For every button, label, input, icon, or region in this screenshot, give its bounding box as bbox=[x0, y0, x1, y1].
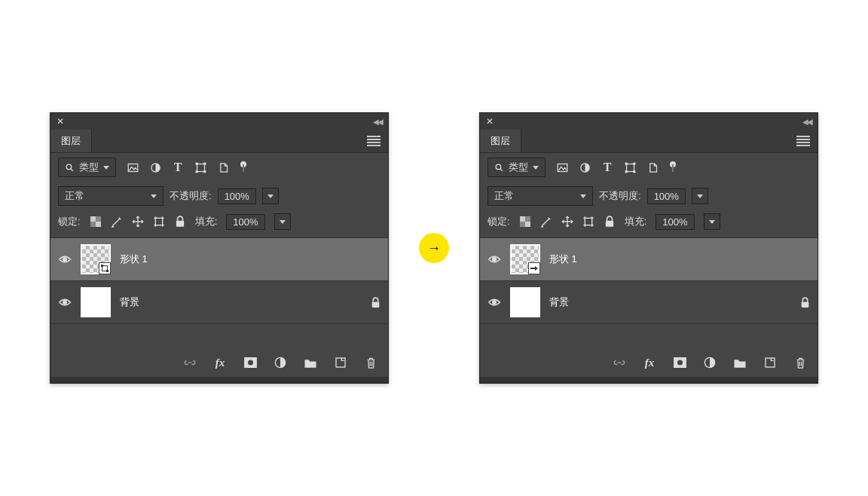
svg-rect-4 bbox=[197, 164, 204, 171]
svg-rect-28 bbox=[372, 302, 380, 308]
shape-filter-icon[interactable] bbox=[624, 161, 636, 173]
tab-layers[interactable]: 图层 bbox=[480, 130, 521, 152]
layer-row[interactable]: 形状 1 bbox=[50, 238, 388, 281]
shape-filter-icon[interactable] bbox=[194, 161, 206, 173]
filter-kind-label: 类型 bbox=[509, 161, 528, 174]
fill-input[interactable]: 100% bbox=[656, 214, 694, 230]
layer-name[interactable]: 形状 1 bbox=[549, 253, 810, 266]
adjustment-filter-icon[interactable] bbox=[149, 161, 161, 173]
fill-stepper[interactable] bbox=[274, 213, 291, 230]
panel-menu-icon[interactable] bbox=[796, 136, 810, 146]
filter-kind-label: 类型 bbox=[79, 161, 99, 174]
layer-mask-icon[interactable] bbox=[243, 356, 257, 369]
svg-rect-58 bbox=[605, 221, 613, 227]
close-icon[interactable]: ✕ bbox=[486, 116, 494, 127]
lock-artboard-icon[interactable] bbox=[153, 216, 165, 228]
resize-grip[interactable] bbox=[480, 377, 818, 383]
lock-pixels-icon[interactable] bbox=[111, 216, 123, 228]
blend-mode-dropdown[interactable]: 正常 bbox=[58, 186, 164, 206]
blend-mode-dropdown[interactable]: 正常 bbox=[487, 186, 593, 206]
lock-all-icon[interactable] bbox=[174, 216, 186, 228]
layer-name[interactable]: 背景 bbox=[549, 295, 791, 309]
filter-toggle[interactable] bbox=[240, 161, 247, 173]
vector-mask-badge-icon bbox=[99, 262, 111, 274]
layer-row[interactable]: 背景 bbox=[50, 281, 388, 324]
adjustment-filter-icon[interactable] bbox=[579, 161, 591, 173]
svg-rect-16 bbox=[155, 218, 162, 225]
pixel-filter-icon[interactable] bbox=[556, 161, 568, 173]
text-filter-icon[interactable]: T bbox=[601, 161, 613, 173]
layer-thumbnail[interactable] bbox=[510, 244, 540, 274]
fill-label: 填充: bbox=[195, 215, 218, 228]
smartobject-filter-icon[interactable] bbox=[217, 161, 229, 173]
adjustment-layer-icon[interactable] bbox=[274, 356, 287, 369]
layer-row[interactable]: 背景 bbox=[480, 281, 818, 324]
svg-point-30 bbox=[248, 360, 253, 366]
group-icon[interactable] bbox=[733, 356, 747, 369]
filter-toggle[interactable] bbox=[669, 161, 677, 173]
layer-name[interactable]: 背景 bbox=[120, 295, 362, 309]
visibility-icon[interactable] bbox=[58, 298, 72, 307]
adjustment-layer-icon[interactable] bbox=[703, 356, 717, 369]
lock-all-icon[interactable] bbox=[604, 216, 616, 228]
layer-thumbnail[interactable] bbox=[81, 244, 111, 274]
chevron-down-icon bbox=[103, 166, 109, 170]
pixel-filter-icon[interactable] bbox=[127, 161, 139, 173]
lock-icon bbox=[800, 297, 810, 308]
visibility-icon[interactable] bbox=[487, 298, 501, 307]
text-filter-icon[interactable]: T bbox=[172, 161, 184, 173]
lock-pixels-icon[interactable] bbox=[540, 216, 552, 228]
opacity-input[interactable]: 100% bbox=[218, 188, 256, 204]
fill-input[interactable]: 100% bbox=[226, 214, 264, 230]
smartobject-filter-icon[interactable] bbox=[646, 161, 659, 173]
svg-rect-10 bbox=[243, 164, 244, 172]
svg-point-33 bbox=[496, 164, 501, 170]
layer-thumbnail[interactable] bbox=[510, 287, 540, 317]
panel-tabbar: 图层 bbox=[480, 130, 818, 153]
svg-rect-49 bbox=[585, 218, 591, 225]
panel-menu-icon[interactable] bbox=[367, 136, 381, 146]
link-layers-icon[interactable] bbox=[613, 356, 626, 369]
svg-point-63 bbox=[677, 360, 683, 366]
transition-arrow-icon: → bbox=[419, 233, 449, 263]
layer-name[interactable]: 形状 1 bbox=[120, 253, 381, 266]
opacity-stepper[interactable] bbox=[692, 188, 708, 204]
lock-position-icon[interactable] bbox=[132, 216, 144, 228]
filter-kind-dropdown[interactable]: 类型 bbox=[58, 158, 116, 177]
smart-object-badge-icon bbox=[528, 262, 540, 274]
new-layer-icon[interactable] bbox=[763, 356, 777, 369]
blend-row: 正常 不透明度: 100% bbox=[50, 182, 388, 210]
resize-grip[interactable] bbox=[50, 377, 388, 383]
new-layer-icon[interactable] bbox=[334, 356, 347, 369]
svg-point-26 bbox=[63, 258, 67, 262]
link-layers-icon[interactable] bbox=[183, 356, 197, 369]
group-icon[interactable] bbox=[304, 356, 317, 369]
lock-transparency-icon[interactable] bbox=[519, 216, 531, 228]
tab-layers[interactable]: 图层 bbox=[50, 130, 92, 152]
fill-stepper[interactable] bbox=[704, 213, 720, 230]
delete-layer-icon[interactable] bbox=[793, 356, 807, 369]
layer-style-icon[interactable]: fx bbox=[213, 356, 227, 369]
lock-transparency-icon[interactable] bbox=[90, 216, 102, 228]
lock-label: 锁定: bbox=[487, 215, 510, 228]
layer-row[interactable]: 形状 1 bbox=[480, 238, 818, 281]
collapse-icon[interactable]: ◀◀ bbox=[802, 118, 811, 126]
opacity-input[interactable]: 100% bbox=[647, 188, 686, 204]
close-icon[interactable]: ✕ bbox=[57, 116, 64, 127]
opacity-stepper[interactable] bbox=[262, 188, 279, 204]
visibility-icon[interactable] bbox=[487, 255, 501, 264]
svg-line-1 bbox=[71, 169, 73, 171]
chevron-down-icon bbox=[580, 194, 586, 198]
layer-thumbnail[interactable] bbox=[81, 287, 111, 317]
collapse-icon[interactable]: ◀◀ bbox=[373, 118, 382, 126]
layer-mask-icon[interactable] bbox=[673, 356, 686, 369]
filter-kind-dropdown[interactable]: 类型 bbox=[487, 158, 546, 177]
layers-panel-before: ✕ ◀◀ 图层 类型 T 正常 不透明度: 100% bbox=[50, 112, 389, 384]
lock-position-icon[interactable] bbox=[561, 216, 573, 228]
layer-style-icon[interactable]: fx bbox=[643, 356, 656, 369]
svg-rect-25 bbox=[176, 221, 183, 227]
delete-layer-icon[interactable] bbox=[364, 356, 377, 369]
visibility-icon[interactable] bbox=[58, 255, 72, 264]
svg-rect-46 bbox=[525, 222, 530, 227]
lock-artboard-icon[interactable] bbox=[582, 216, 594, 228]
